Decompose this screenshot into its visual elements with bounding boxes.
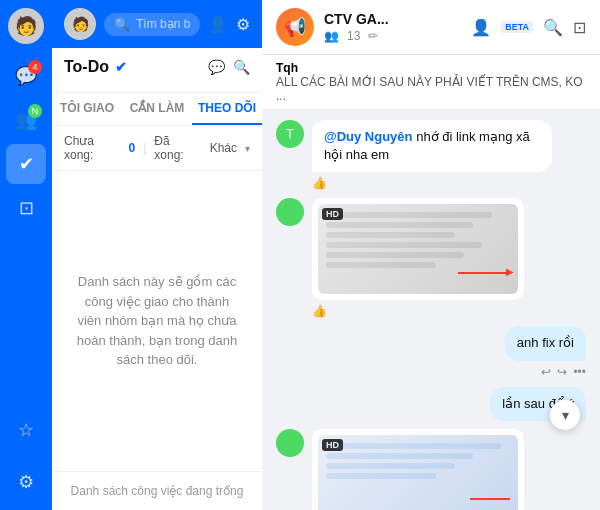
left-panel: 🧑 🔍 👤 ⚙ To-Do ✔ 💬 🔍 TÔI — [52, 0, 262, 510]
filter-row: Chưa xong: 0 | Đã xong: Khác ▾ — [52, 126, 262, 171]
message-row-outgoing1: anh fix rồi ↩ ↪ ••• — [276, 326, 586, 378]
sidebar-item-tasks[interactable]: ✔ — [6, 144, 46, 184]
chat-header-icons: 👤 BETA 🔍 ⊡ — [471, 18, 586, 37]
chevron-down-icon: ▾ — [245, 143, 250, 154]
header-icons: 👤 ⚙ — [208, 15, 250, 34]
chat-group-name: CTV GA... — [324, 11, 461, 27]
member-icon: 👥 — [324, 29, 339, 43]
subject-banner: Tqh ALL CÁC BÀI MỚI SAU NÀY PHẢI VIẾT TR… — [262, 55, 600, 110]
message-actions-2: 👍 — [312, 304, 524, 318]
todo-panel: To-Do ✔ 💬 🔍 TÔI GIAO CẦN LÀM THEO DÕI Ch… — [52, 48, 262, 510]
img-line — [326, 453, 473, 459]
search-chat-icon[interactable]: 🔍 — [543, 18, 563, 37]
empty-state-bottom: Danh sách công việc đang trống — [52, 471, 262, 510]
message-row-image2: HD — [276, 429, 586, 510]
chat-area: 📢 CTV GA... 👥 13 ✏ 👤 BETA 🔍 ⊡ Tqh ALL CÁ… — [262, 0, 600, 510]
add-contact-icon[interactable]: 👤 — [208, 15, 228, 34]
chat-header-info: CTV GA... 👥 13 ✏ — [324, 11, 461, 43]
contacts-badge: N — [28, 104, 42, 118]
image-card-1: HD — [312, 198, 524, 300]
arrow-indicator — [458, 272, 508, 274]
outgoing-actions-1: ↩ ↪ ••• — [505, 365, 586, 379]
tab-toi-giao[interactable]: TÔI GIAO — [52, 93, 122, 125]
forward-icon[interactable]: ↪ — [557, 365, 567, 379]
tasks-icon: ✔ — [19, 153, 34, 175]
da-xong-label: Đã xong: — [154, 134, 197, 162]
img-line — [326, 463, 455, 469]
chat-bubble-icon[interactable]: 💬 — [208, 59, 225, 75]
chat-messages: T @Duy Nguyên nhớ đi link mạng xã hội nh… — [262, 110, 600, 510]
like-icon[interactable]: 👍 — [312, 176, 327, 190]
todo-title-row: To-Do ✔ 💬 🔍 — [64, 58, 250, 76]
subject-text: ALL CÁC BÀI MỚI SAU NÀY PHẢI VIẾT TRÊN C… — [276, 75, 583, 103]
khac-btn[interactable]: Khác — [210, 141, 237, 155]
subject-sender: Tqh — [276, 61, 298, 75]
search-bar[interactable]: 🔍 — [104, 13, 200, 36]
arrow-indicator-2 — [470, 498, 510, 500]
search-todo-icon[interactable]: 🔍 — [233, 59, 250, 75]
sender-avatar2 — [276, 198, 304, 226]
outgoing-text-1: anh fix rồi — [517, 335, 574, 350]
empty-state-text: Danh sách này sẽ gồm các công việc giao … — [72, 272, 242, 370]
mention-text: @Duy Nguyên — [324, 129, 413, 144]
img-line — [326, 443, 501, 449]
sender-avatar: T — [276, 120, 304, 148]
sender-avatar3 — [276, 429, 304, 457]
zalo-avatar: 🧑 — [64, 8, 96, 40]
settings-icon: ⚙ — [18, 471, 34, 493]
sidebar-item-star[interactable]: ☆ — [6, 410, 46, 450]
zalo-header: 🧑 🔍 👤 ⚙ — [52, 0, 262, 48]
chua-xong-label: Chưa xong: — [64, 134, 121, 162]
empty-state: Danh sách này sẽ gồm các công việc giao … — [52, 171, 262, 471]
message-row-outgoing2: lần sau để ý — [276, 387, 586, 421]
img-line — [326, 222, 473, 228]
chat-header-meta: 👥 13 ✏ — [324, 29, 461, 43]
todo-check-icon: ✔ — [115, 59, 127, 75]
beta-badge: BETA — [501, 21, 533, 33]
todo-header-icons: 💬 🔍 — [208, 59, 250, 75]
img-line — [326, 252, 464, 258]
sidebar-item-settings[interactable]: ⚙ — [6, 462, 46, 502]
sidebar-item-chat[interactable]: 💬 4 — [6, 56, 46, 96]
like-icon-2[interactable]: 👍 — [312, 304, 327, 318]
more-msg-icon[interactable]: ••• — [573, 365, 586, 379]
sidebar-item-contacts[interactable]: 👥 N — [6, 100, 46, 140]
filter-divider: | — [143, 141, 146, 155]
star-icon: ☆ — [18, 419, 34, 441]
chat-container: 📢 CTV GA... 👥 13 ✏ 👤 BETA 🔍 ⊡ Tqh ALL CÁ… — [262, 0, 600, 510]
icon-bar: 🧑 💬 4 👥 N ✔ ⊡ ☆ ⚙ — [0, 0, 52, 510]
reply-icon[interactable]: ↩ — [541, 365, 551, 379]
image-placeholder-1: HD — [318, 204, 518, 294]
chat-badge: 4 — [28, 60, 42, 74]
chua-xong-count: 0 — [129, 141, 136, 155]
message-row: T @Duy Nguyên nhớ đi link mạng xã hội nh… — [276, 120, 586, 190]
add-member-icon[interactable]: 👤 — [471, 18, 491, 37]
message-row-image1: HD 👍 — [276, 198, 586, 318]
message-bubble: @Duy Nguyên nhớ đi link mạng xã hội nha … — [312, 120, 552, 172]
image-card-2: HD — [312, 429, 524, 510]
image-placeholder-2: HD — [318, 435, 518, 510]
tab-can-lam[interactable]: CẦN LÀM — [122, 93, 192, 125]
chat-group-avatar: 📢 — [276, 8, 314, 46]
sidebar-item-location[interactable]: ⊡ — [6, 188, 46, 228]
todo-header: To-Do ✔ 💬 🔍 — [52, 48, 262, 93]
image-lines — [318, 204, 518, 294]
img-line — [326, 473, 436, 479]
img-line — [326, 242, 482, 248]
todo-title: To-Do ✔ — [64, 58, 127, 76]
user-avatar[interactable]: 🧑 — [8, 8, 44, 44]
img-line — [326, 212, 492, 218]
panel-toggle-icon[interactable]: ⊡ — [573, 18, 586, 37]
location-icon: ⊡ — [19, 197, 34, 219]
search-input[interactable] — [136, 17, 190, 31]
tab-theo-doi[interactable]: THEO DÕI — [192, 93, 262, 125]
chevron-down-icon: ▾ — [562, 407, 569, 423]
member-count: 13 — [347, 29, 360, 43]
search-icon: 🔍 — [114, 17, 130, 32]
edit-icon: ✏ — [368, 29, 378, 43]
more-icon[interactable]: ⚙ — [236, 15, 250, 34]
img-line — [326, 262, 436, 268]
scroll-down-button[interactable]: ▾ — [550, 400, 580, 430]
img-line — [326, 232, 455, 238]
tabs-row: TÔI GIAO CẦN LÀM THEO DÕI — [52, 93, 262, 126]
